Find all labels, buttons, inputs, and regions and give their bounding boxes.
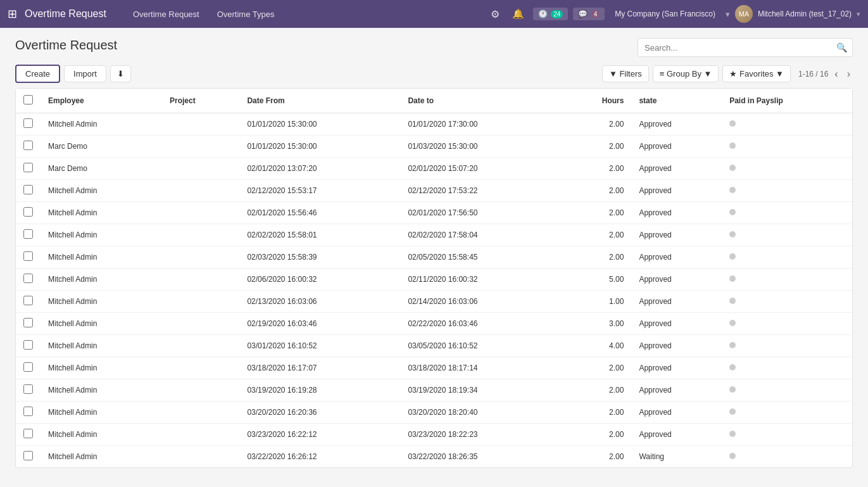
- row-date-from: 01/01/2020 15:30:00: [239, 113, 400, 136]
- row-checkbox-cell: [16, 424, 41, 446]
- table-row: Mitchell Admin 02/03/2020 15:58:39 02/05…: [16, 246, 852, 269]
- row-hours: 1.00: [561, 291, 631, 313]
- select-all-checkbox[interactable]: [23, 95, 33, 104]
- row-state: Approved: [631, 246, 722, 269]
- row-hours: 5.00: [561, 269, 631, 291]
- row-date-from: 02/12/2020 15:53:17: [239, 180, 400, 202]
- paid-dot: [729, 253, 736, 260]
- row-project: [162, 269, 239, 291]
- bell-icon-btn[interactable]: 🔔: [508, 6, 528, 22]
- row-checkbox[interactable]: [23, 185, 33, 194]
- user-name[interactable]: Mitchell Admin (test_17_02): [758, 9, 852, 18]
- row-hours: 2.00: [561, 136, 631, 158]
- nav-overtime-types[interactable]: Overtime Types: [211, 7, 281, 22]
- row-checkbox[interactable]: [23, 384, 33, 394]
- table-row: Mitchell Admin 03/23/2020 16:22:12 03/23…: [16, 424, 852, 446]
- row-checkbox[interactable]: [23, 296, 33, 305]
- pagination-next-button[interactable]: ›: [845, 67, 853, 81]
- row-checkbox[interactable]: [23, 251, 33, 261]
- app-title: Overtime Request: [25, 8, 106, 20]
- paid-dot: [729, 142, 736, 149]
- row-state: Approved: [631, 136, 722, 158]
- row-date-to: 02/01/2020 15:07:20: [400, 158, 561, 180]
- row-checkbox[interactable]: [23, 362, 33, 372]
- row-checkbox[interactable]: [23, 141, 33, 150]
- overtime-table: Employee Project Date From Date to Hours…: [16, 89, 852, 467]
- row-employee: Mitchell Admin: [41, 379, 162, 402]
- paid-dot: [729, 453, 736, 459]
- group-by-button[interactable]: ≡ Group By ▼: [653, 65, 719, 82]
- row-checkbox[interactable]: [23, 274, 33, 283]
- col-header-date-from[interactable]: Date From: [239, 89, 400, 113]
- row-checkbox[interactable]: [23, 429, 33, 438]
- col-header-date-to[interactable]: Date to: [400, 89, 561, 113]
- row-checkbox-cell: [16, 224, 41, 246]
- table-row: Marc Demo 01/01/2020 15:30:00 01/03/2020…: [16, 136, 852, 158]
- row-checkbox[interactable]: [23, 163, 33, 172]
- favorites-button[interactable]: ★ Favorites ▼: [722, 65, 791, 82]
- row-state: Approved: [631, 335, 722, 357]
- row-employee: Mitchell Admin: [41, 224, 162, 246]
- row-date-to: 01/03/2020 15:30:00: [400, 136, 561, 158]
- row-checkbox[interactable]: [23, 451, 33, 460]
- company-selector[interactable]: My Company (San Francisco): [610, 7, 720, 21]
- col-header-paid-in-payslip[interactable]: Paid in Payslip: [722, 89, 852, 113]
- row-checkbox[interactable]: [23, 407, 33, 416]
- row-checkbox-cell: [16, 446, 41, 468]
- page-title: Overtime Request: [15, 38, 117, 53]
- row-paid-in-payslip: [722, 136, 852, 158]
- col-header-employee[interactable]: Employee: [41, 89, 162, 113]
- search-input[interactable]: [638, 39, 831, 56]
- row-hours: 2.00: [561, 158, 631, 180]
- row-date-to: 01/01/2020 17:30:00: [400, 113, 561, 136]
- row-employee: Mitchell Admin: [41, 335, 162, 357]
- row-checkbox-cell: [16, 158, 41, 180]
- row-checkbox[interactable]: [23, 318, 33, 327]
- settings-icon-btn[interactable]: ⚙: [487, 6, 503, 23]
- paid-dot: [729, 275, 736, 282]
- row-date-to: 02/02/2020 17:58:04: [400, 224, 561, 246]
- col-header-project[interactable]: Project: [162, 89, 239, 113]
- row-paid-in-payslip: [722, 446, 852, 468]
- search-button[interactable]: 🔍: [831, 39, 852, 56]
- row-employee: Mitchell Admin: [41, 291, 162, 313]
- row-checkbox[interactable]: [23, 340, 33, 350]
- clock-icon-btn[interactable]: 🕐 24: [533, 8, 568, 20]
- create-button[interactable]: Create: [15, 65, 60, 83]
- row-checkbox[interactable]: [23, 207, 33, 217]
- message-icon-btn[interactable]: 💬 4: [573, 8, 605, 20]
- table-row: Mitchell Admin 02/01/2020 15:56:46 02/01…: [16, 202, 852, 224]
- paid-dot: [729, 120, 736, 127]
- table-header-row: Employee Project Date From Date to Hours…: [16, 89, 852, 113]
- row-paid-in-payslip: [722, 424, 852, 446]
- row-paid-in-payslip: [722, 246, 852, 269]
- row-state: Approved: [631, 424, 722, 446]
- row-date-from: 03/18/2020 16:17:07: [239, 357, 400, 379]
- apps-grid-icon[interactable]: ⊞: [8, 7, 17, 21]
- row-checkbox[interactable]: [23, 118, 33, 128]
- row-paid-in-payslip: [722, 269, 852, 291]
- row-state: Approved: [631, 357, 722, 379]
- row-date-to: 02/12/2020 17:53:22: [400, 180, 561, 202]
- row-project: [162, 291, 239, 313]
- download-button[interactable]: ⬇: [110, 65, 131, 82]
- col-header-hours[interactable]: Hours: [561, 89, 631, 113]
- row-hours: 2.00: [561, 357, 631, 379]
- table-row: Mitchell Admin 01/01/2020 15:30:00 01/01…: [16, 113, 852, 136]
- pagination-prev-button[interactable]: ‹: [832, 67, 840, 81]
- row-employee: Mitchell Admin: [41, 180, 162, 202]
- col-header-state[interactable]: state: [631, 89, 722, 113]
- paid-dot: [729, 231, 736, 237]
- import-button[interactable]: Import: [64, 65, 106, 82]
- row-date-to: 03/22/2020 18:26:35: [400, 446, 561, 468]
- row-state: Approved: [631, 224, 722, 246]
- nav-overtime-request[interactable]: Overtime Request: [127, 7, 206, 22]
- row-state: Approved: [631, 291, 722, 313]
- row-date-from: 02/01/2020 15:56:46: [239, 202, 400, 224]
- row-checkbox[interactable]: [23, 229, 33, 239]
- row-date-to: 02/22/2020 16:03:46: [400, 313, 561, 335]
- user-avatar[interactable]: MA: [735, 5, 753, 23]
- table-row: Mitchell Admin 02/12/2020 15:53:17 02/12…: [16, 180, 852, 202]
- row-date-from: 02/02/2020 15:58:01: [239, 224, 400, 246]
- filters-button[interactable]: ▼ Filters: [602, 65, 649, 82]
